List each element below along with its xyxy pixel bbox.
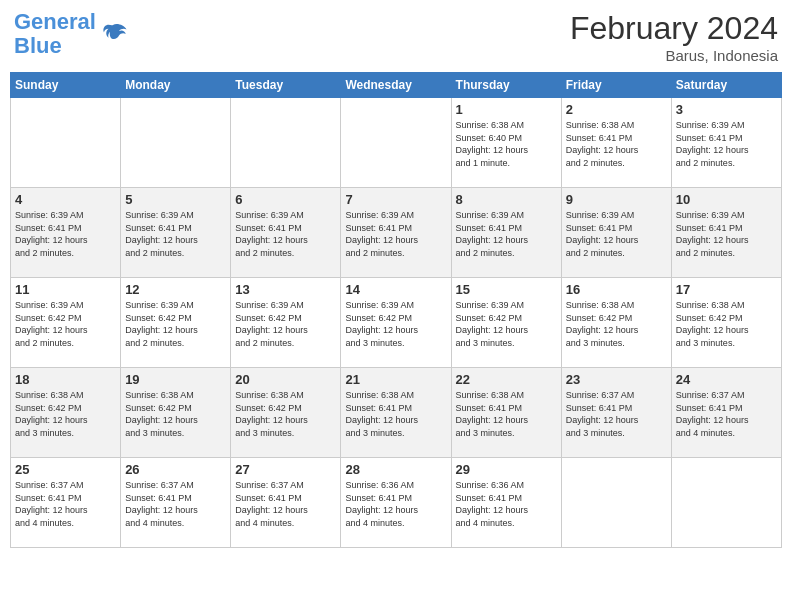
calendar-cell: 25Sunrise: 6:37 AM Sunset: 6:41 PM Dayli… — [11, 458, 121, 548]
logo: General Blue — [14, 10, 128, 58]
calendar-cell: 18Sunrise: 6:38 AM Sunset: 6:42 PM Dayli… — [11, 368, 121, 458]
calendar-cell: 8Sunrise: 6:39 AM Sunset: 6:41 PM Daylig… — [451, 188, 561, 278]
day-number: 14 — [345, 282, 446, 297]
calendar-cell: 7Sunrise: 6:39 AM Sunset: 6:41 PM Daylig… — [341, 188, 451, 278]
day-info: Sunrise: 6:39 AM Sunset: 6:41 PM Dayligh… — [235, 209, 336, 259]
calendar-cell: 1Sunrise: 6:38 AM Sunset: 6:40 PM Daylig… — [451, 98, 561, 188]
day-info: Sunrise: 6:39 AM Sunset: 6:41 PM Dayligh… — [456, 209, 557, 259]
calendar-cell: 3Sunrise: 6:39 AM Sunset: 6:41 PM Daylig… — [671, 98, 781, 188]
month-year: February 2024 — [570, 10, 778, 47]
week-row-2: 4Sunrise: 6:39 AM Sunset: 6:41 PM Daylig… — [11, 188, 782, 278]
day-header-sunday: Sunday — [11, 73, 121, 98]
day-number: 12 — [125, 282, 226, 297]
day-number: 6 — [235, 192, 336, 207]
day-number: 21 — [345, 372, 446, 387]
page-header: General Blue February 2024 Barus, Indone… — [10, 10, 782, 64]
day-info: Sunrise: 6:38 AM Sunset: 6:41 PM Dayligh… — [566, 119, 667, 169]
logo-line2: Blue — [14, 33, 62, 58]
day-number: 20 — [235, 372, 336, 387]
day-number: 16 — [566, 282, 667, 297]
calendar-cell: 16Sunrise: 6:38 AM Sunset: 6:42 PM Dayli… — [561, 278, 671, 368]
calendar-cell: 29Sunrise: 6:36 AM Sunset: 6:41 PM Dayli… — [451, 458, 561, 548]
calendar-cell: 24Sunrise: 6:37 AM Sunset: 6:41 PM Dayli… — [671, 368, 781, 458]
day-number: 24 — [676, 372, 777, 387]
calendar-table: SundayMondayTuesdayWednesdayThursdayFrid… — [10, 72, 782, 548]
day-info: Sunrise: 6:39 AM Sunset: 6:41 PM Dayligh… — [566, 209, 667, 259]
calendar-cell: 21Sunrise: 6:38 AM Sunset: 6:41 PM Dayli… — [341, 368, 451, 458]
calendar-cell: 2Sunrise: 6:38 AM Sunset: 6:41 PM Daylig… — [561, 98, 671, 188]
day-number: 4 — [15, 192, 116, 207]
calendar-cell — [11, 98, 121, 188]
day-number: 19 — [125, 372, 226, 387]
day-number: 11 — [15, 282, 116, 297]
day-info: Sunrise: 6:38 AM Sunset: 6:41 PM Dayligh… — [345, 389, 446, 439]
week-row-4: 18Sunrise: 6:38 AM Sunset: 6:42 PM Dayli… — [11, 368, 782, 458]
day-number: 10 — [676, 192, 777, 207]
day-number: 8 — [456, 192, 557, 207]
calendar-cell — [231, 98, 341, 188]
day-number: 22 — [456, 372, 557, 387]
header-row: SundayMondayTuesdayWednesdayThursdayFrid… — [11, 73, 782, 98]
calendar-cell — [341, 98, 451, 188]
day-info: Sunrise: 6:37 AM Sunset: 6:41 PM Dayligh… — [15, 479, 116, 529]
day-info: Sunrise: 6:36 AM Sunset: 6:41 PM Dayligh… — [345, 479, 446, 529]
day-number: 15 — [456, 282, 557, 297]
logo-line1: General — [14, 9, 96, 34]
day-number: 7 — [345, 192, 446, 207]
day-info: Sunrise: 6:38 AM Sunset: 6:40 PM Dayligh… — [456, 119, 557, 169]
calendar-cell: 27Sunrise: 6:37 AM Sunset: 6:41 PM Dayli… — [231, 458, 341, 548]
day-info: Sunrise: 6:38 AM Sunset: 6:42 PM Dayligh… — [15, 389, 116, 439]
day-header-thursday: Thursday — [451, 73, 561, 98]
day-number: 1 — [456, 102, 557, 117]
calendar-cell: 26Sunrise: 6:37 AM Sunset: 6:41 PM Dayli… — [121, 458, 231, 548]
calendar-cell: 17Sunrise: 6:38 AM Sunset: 6:42 PM Dayli… — [671, 278, 781, 368]
day-info: Sunrise: 6:38 AM Sunset: 6:42 PM Dayligh… — [566, 299, 667, 349]
day-header-tuesday: Tuesday — [231, 73, 341, 98]
calendar-cell: 6Sunrise: 6:39 AM Sunset: 6:41 PM Daylig… — [231, 188, 341, 278]
day-number: 9 — [566, 192, 667, 207]
day-info: Sunrise: 6:38 AM Sunset: 6:42 PM Dayligh… — [125, 389, 226, 439]
day-number: 26 — [125, 462, 226, 477]
week-row-1: 1Sunrise: 6:38 AM Sunset: 6:40 PM Daylig… — [11, 98, 782, 188]
day-number: 18 — [15, 372, 116, 387]
day-number: 29 — [456, 462, 557, 477]
calendar-cell: 14Sunrise: 6:39 AM Sunset: 6:42 PM Dayli… — [341, 278, 451, 368]
calendar-cell: 4Sunrise: 6:39 AM Sunset: 6:41 PM Daylig… — [11, 188, 121, 278]
day-info: Sunrise: 6:38 AM Sunset: 6:42 PM Dayligh… — [676, 299, 777, 349]
logo-bird-icon — [98, 19, 128, 49]
day-number: 3 — [676, 102, 777, 117]
day-info: Sunrise: 6:37 AM Sunset: 6:41 PM Dayligh… — [235, 479, 336, 529]
day-info: Sunrise: 6:36 AM Sunset: 6:41 PM Dayligh… — [456, 479, 557, 529]
calendar-cell: 19Sunrise: 6:38 AM Sunset: 6:42 PM Dayli… — [121, 368, 231, 458]
day-info: Sunrise: 6:39 AM Sunset: 6:41 PM Dayligh… — [676, 209, 777, 259]
location: Barus, Indonesia — [570, 47, 778, 64]
day-number: 5 — [125, 192, 226, 207]
day-info: Sunrise: 6:39 AM Sunset: 6:41 PM Dayligh… — [676, 119, 777, 169]
calendar-cell: 23Sunrise: 6:37 AM Sunset: 6:41 PM Dayli… — [561, 368, 671, 458]
calendar-cell: 11Sunrise: 6:39 AM Sunset: 6:42 PM Dayli… — [11, 278, 121, 368]
day-info: Sunrise: 6:38 AM Sunset: 6:42 PM Dayligh… — [235, 389, 336, 439]
calendar-cell: 13Sunrise: 6:39 AM Sunset: 6:42 PM Dayli… — [231, 278, 341, 368]
day-info: Sunrise: 6:37 AM Sunset: 6:41 PM Dayligh… — [125, 479, 226, 529]
calendar-cell — [121, 98, 231, 188]
calendar-cell — [561, 458, 671, 548]
day-info: Sunrise: 6:39 AM Sunset: 6:42 PM Dayligh… — [345, 299, 446, 349]
calendar-cell — [671, 458, 781, 548]
day-info: Sunrise: 6:39 AM Sunset: 6:42 PM Dayligh… — [456, 299, 557, 349]
calendar-body: 1Sunrise: 6:38 AM Sunset: 6:40 PM Daylig… — [11, 98, 782, 548]
calendar-cell: 10Sunrise: 6:39 AM Sunset: 6:41 PM Dayli… — [671, 188, 781, 278]
day-info: Sunrise: 6:37 AM Sunset: 6:41 PM Dayligh… — [566, 389, 667, 439]
day-number: 17 — [676, 282, 777, 297]
day-number: 23 — [566, 372, 667, 387]
day-number: 2 — [566, 102, 667, 117]
week-row-5: 25Sunrise: 6:37 AM Sunset: 6:41 PM Dayli… — [11, 458, 782, 548]
calendar-cell: 28Sunrise: 6:36 AM Sunset: 6:41 PM Dayli… — [341, 458, 451, 548]
calendar-cell: 22Sunrise: 6:38 AM Sunset: 6:41 PM Dayli… — [451, 368, 561, 458]
logo-text: General Blue — [14, 10, 96, 58]
day-info: Sunrise: 6:37 AM Sunset: 6:41 PM Dayligh… — [676, 389, 777, 439]
day-info: Sunrise: 6:38 AM Sunset: 6:41 PM Dayligh… — [456, 389, 557, 439]
day-info: Sunrise: 6:39 AM Sunset: 6:42 PM Dayligh… — [15, 299, 116, 349]
day-number: 25 — [15, 462, 116, 477]
day-number: 27 — [235, 462, 336, 477]
day-info: Sunrise: 6:39 AM Sunset: 6:42 PM Dayligh… — [125, 299, 226, 349]
